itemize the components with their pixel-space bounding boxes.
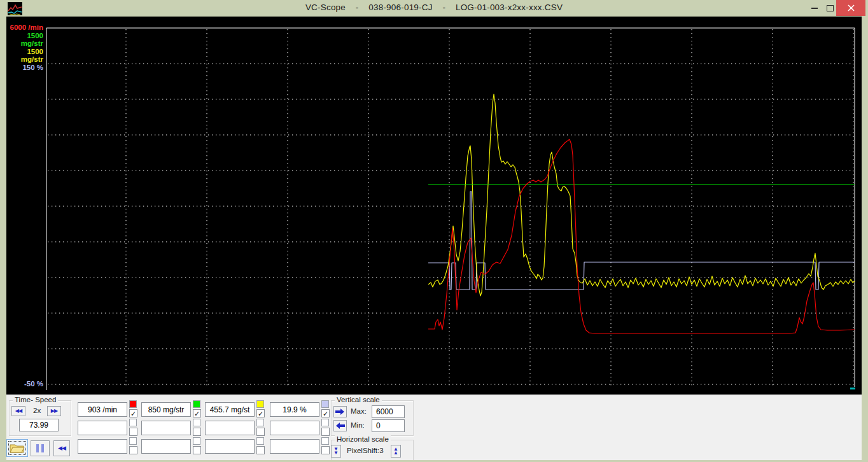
channel-value-field[interactable] (270, 439, 319, 454)
trace-engine-speed-red (428, 139, 855, 333)
maximize-button[interactable] (822, 0, 837, 16)
double-down-icon: ▼▼ (333, 447, 339, 455)
channel-color-swatch (321, 400, 329, 408)
channel-color-swatch (256, 419, 264, 426)
vertical-min-field[interactable]: 0 (372, 419, 405, 432)
end-of-data-marker (850, 388, 855, 389)
max-label: Max: (351, 407, 367, 415)
vc-scope-window: { "titlebar": { "title": "VC-Scope - 038… (0, 0, 868, 462)
channel-checkbox[interactable]: ✓ (321, 409, 330, 417)
pixelshift-label: PixelShift:3 (347, 447, 384, 454)
speed-value: 2x (33, 407, 41, 414)
plot-frame (46, 28, 855, 390)
channel-value-field[interactable] (270, 421, 319, 435)
channel-color-swatch (129, 400, 137, 408)
channel-color-swatch (256, 400, 264, 408)
channel-color-swatch (193, 400, 200, 408)
scale-label-yellow: 1500 mg/str (6, 48, 43, 64)
scale-min-apply-button[interactable] (333, 420, 347, 431)
time-speed-label: Time- Speed (13, 396, 58, 403)
vertical-scale-labels: 6000 /min 1500 mg/str 1500 mg/str 150 % (6, 24, 43, 71)
channel-color-swatch (321, 419, 329, 426)
channel-value-field[interactable] (141, 439, 191, 454)
scope-chart-area[interactable]: 6000 /min 1500 mg/str 1500 mg/str 150 % … (6, 17, 862, 395)
channel-value-field[interactable] (78, 421, 127, 435)
channel-value-field[interactable]: 850 mg/str (141, 402, 191, 417)
channel-checkbox[interactable] (129, 446, 137, 454)
channel-checkbox[interactable] (256, 428, 265, 436)
open-file-button[interactable] (6, 439, 28, 457)
scale-max-apply-button[interactable] (333, 406, 347, 417)
forward-icon: ▶▶ (51, 409, 57, 414)
channel-checkbox[interactable] (193, 428, 201, 436)
open-file-icon (10, 442, 25, 454)
channel-checkbox[interactable] (321, 446, 330, 454)
double-up-icon: ▲▲ (393, 447, 398, 455)
maximize-icon (827, 5, 834, 11)
pause-button[interactable] (31, 440, 50, 456)
window-title: VC-Scope - 038-906-019-CJ - LOG-01-003-x… (0, 3, 868, 12)
time-value-field[interactable]: 73.99 (19, 419, 59, 431)
rewind-icon: ◀◀ (15, 409, 22, 414)
channel-color-swatch (193, 437, 200, 445)
channel-value-field[interactable] (141, 421, 191, 435)
time-rewind-button[interactable]: ◀◀ (11, 406, 25, 416)
horizontal-scale-label: Horizontal scale (335, 435, 391, 443)
channel-checkbox[interactable] (256, 446, 265, 454)
scale-label-percent: 150 % (6, 64, 43, 72)
close-icon (848, 4, 855, 11)
channel-color-swatch (321, 437, 329, 445)
channel-checkbox[interactable] (321, 428, 330, 436)
rewind-icon: ◀◀ (58, 445, 66, 451)
channel-color-swatch (129, 437, 137, 445)
minimize-icon (811, 8, 818, 9)
rewind-to-start-button[interactable]: ◀◀ (53, 440, 70, 456)
channel-value-field[interactable] (205, 439, 255, 454)
channel-checkbox[interactable] (193, 446, 201, 454)
arrow-left-icon (335, 423, 345, 429)
close-button[interactable] (836, 0, 865, 16)
pixelshift-decrease-button[interactable]: ▼▼ (331, 445, 341, 458)
channel-color-swatch (129, 419, 137, 426)
minimize-button[interactable] (807, 0, 822, 16)
channel-value-field[interactable]: 455.7 mg/st (205, 402, 255, 417)
pause-icon (36, 444, 39, 452)
min-label: Min: (351, 421, 365, 429)
vertical-max-field[interactable]: 6000 (372, 405, 405, 418)
channel-color-swatch (256, 437, 264, 445)
channel-value-field[interactable]: 903 /min (78, 402, 127, 417)
channel-color-swatch (193, 419, 200, 426)
pixelshift-increase-button[interactable]: ▲▲ (391, 445, 401, 458)
arrow-right-icon (335, 409, 345, 415)
channel-value-field[interactable] (78, 439, 127, 454)
channel-checkbox[interactable] (129, 428, 137, 436)
control-panel: Time- Speed ◀◀ 2x ▶▶ 73.99 ◀◀ 903 /min ✓… (6, 395, 862, 460)
time-forward-button[interactable]: ▶▶ (47, 406, 61, 416)
channel-checkbox[interactable]: ✓ (129, 409, 137, 417)
vertical-scale-label: Vertical scale (335, 396, 382, 403)
channel-checkbox[interactable]: ✓ (256, 409, 265, 417)
trace-duty-percent (428, 192, 855, 290)
channel-checkbox[interactable]: ✓ (193, 409, 201, 417)
scale-label-min-percent: -50 % (6, 380, 43, 388)
scale-label-green: 1500 mg/str (6, 32, 43, 48)
channel-value-field[interactable] (205, 421, 255, 435)
titlebar: VC-Scope - 038-906-019-CJ - LOG-01-003-x… (0, 0, 868, 17)
channel-value-field[interactable]: 19.9 % (270, 402, 319, 417)
scale-label-rpm: 6000 /min (6, 24, 43, 32)
scope-plot (6, 17, 862, 395)
